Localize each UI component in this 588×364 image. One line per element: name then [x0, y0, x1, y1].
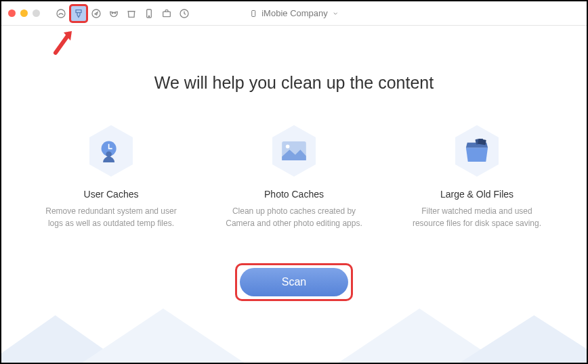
maximize-window-button[interactable] [33, 9, 40, 17]
main-content: We will help you clean up the content Us… [1, 26, 587, 301]
phone-icon [249, 9, 257, 18]
brush-icon[interactable] [70, 5, 87, 22]
svg-point-12 [286, 145, 290, 149]
feature-large-old-files: Large & Old Files Filter watched media a… [406, 124, 548, 229]
svg-point-10 [106, 152, 112, 158]
svg-point-3 [114, 12, 115, 13]
scan-highlight-annotation: Scan [235, 263, 353, 301]
chevron-down-icon [332, 10, 339, 17]
feature-title: Photo Caches [264, 189, 324, 200]
mask-icon[interactable] [105, 5, 123, 22]
feature-desc: Filter watched media and used resource f… [406, 205, 548, 229]
device-selector[interactable]: iMobie Company [249, 8, 339, 18]
device-name-label: iMobie Company [261, 8, 328, 18]
mobile-icon[interactable] [140, 5, 158, 22]
feature-title: Large & Old Files [440, 189, 513, 200]
minimize-window-button[interactable] [20, 9, 28, 17]
photo-caches-icon [270, 124, 318, 178]
large-old-files-icon [453, 124, 501, 178]
page-title: We will help you clean up the content [1, 73, 587, 93]
user-caches-icon [87, 124, 135, 178]
svg-rect-8 [252, 10, 255, 16]
svg-rect-14 [478, 139, 486, 145]
scan-button-wrap: Scan [1, 263, 587, 301]
feature-desc: Clean up photo caches created by Camera … [223, 205, 365, 229]
scan-button[interactable]: Scan [240, 268, 348, 296]
feature-title: User Caches [84, 189, 139, 200]
svg-point-2 [112, 12, 112, 13]
toolbar [52, 5, 193, 22]
feature-user-caches: User Caches Remove redundant system and … [40, 124, 182, 229]
mountain-decoration [1, 309, 587, 363]
home-icon[interactable] [52, 5, 70, 22]
feature-photo-caches: Photo Caches Clean up photo caches creat… [223, 124, 365, 229]
compass-icon[interactable] [87, 5, 105, 22]
svg-point-5 [148, 16, 149, 16]
features-row: User Caches Remove redundant system and … [1, 124, 587, 229]
svg-rect-6 [163, 12, 171, 16]
feature-desc: Remove redundant system and user logs as… [40, 205, 182, 229]
close-window-button[interactable] [8, 9, 16, 17]
titlebar: iMobie Company [1, 1, 587, 26]
window-controls [8, 9, 40, 17]
trash-icon[interactable] [123, 5, 140, 22]
briefcase-icon[interactable] [158, 5, 175, 22]
clock-icon[interactable] [175, 5, 193, 22]
